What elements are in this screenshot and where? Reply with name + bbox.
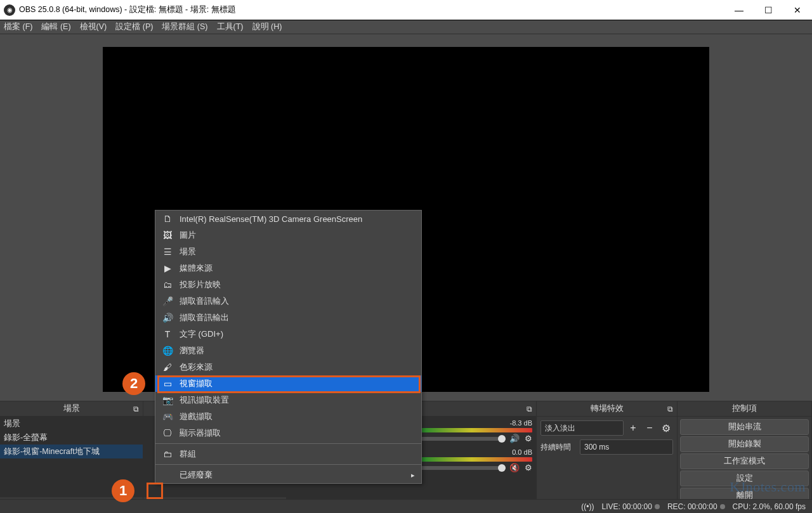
cm-browser[interactable]: 🌐瀏覽器 bbox=[155, 342, 421, 359]
rec-status: REC: 00:00:00 bbox=[667, 502, 725, 511]
cm-video-capture[interactable]: 📷視訊擷取裝置 bbox=[155, 392, 421, 408]
menu-help[interactable]: 說明 (H) bbox=[252, 22, 282, 32]
cm-text[interactable]: T文字 (GDI+) bbox=[155, 326, 421, 342]
cm-deprecated[interactable]: 已經廢棄▸ bbox=[155, 467, 421, 483]
duration-label: 持續時間 bbox=[540, 442, 576, 453]
popout-icon[interactable]: ⧉ bbox=[667, 405, 673, 413]
transitions-panel: 轉場特效 ⧉ 淡入淡出 + − ⚙ 持續時間 300 ms bbox=[537, 401, 678, 513]
minimize-button[interactable]: — bbox=[724, 0, 754, 20]
cm-image[interactable]: 🖼圖片 bbox=[155, 227, 421, 244]
controls-header: 控制項 bbox=[678, 401, 811, 417]
document-icon: 🗋 bbox=[162, 213, 173, 224]
mute-icon[interactable]: 🔇 bbox=[509, 463, 520, 472]
menu-view[interactable]: 檢視(V) bbox=[80, 22, 107, 32]
scenes-title: 場景 bbox=[63, 403, 80, 414]
folder-icon: 🗀 bbox=[162, 448, 173, 460]
transitions-header: 轉場特效 ⧉ bbox=[537, 401, 677, 417]
annotation-2: 2 bbox=[122, 372, 145, 395]
annotation-1: 1 bbox=[112, 479, 134, 502]
studio-mode-button[interactable]: 工作室模式 bbox=[680, 453, 809, 469]
annotation-box-1 bbox=[147, 483, 163, 499]
cm-group[interactable]: 🗀群組 bbox=[155, 446, 421, 462]
cm-audio-output[interactable]: 🔊擷取音訊輸出 bbox=[155, 309, 421, 326]
scenes-header: 場景 ⧉ bbox=[0, 401, 143, 417]
transition-properties-button[interactable]: ⚙ bbox=[659, 421, 673, 435]
menu-edit[interactable]: 編輯 (E) bbox=[41, 22, 70, 32]
window-title: OBS 25.0.8 (64-bit, windows) - 設定檔: 無標題 … bbox=[19, 4, 724, 15]
broadcast-icon: ((•)) bbox=[581, 502, 594, 511]
cm-slideshow[interactable]: 🗂投影片放映 bbox=[155, 276, 421, 293]
add-transition-button[interactable]: + bbox=[626, 421, 640, 435]
watermark: KJnotes.com bbox=[730, 479, 806, 495]
mixer-db: 0.0 dB bbox=[498, 448, 532, 456]
gear-icon[interactable]: ⚙ bbox=[525, 434, 532, 443]
menu-file[interactable]: 檔案 (F) bbox=[4, 22, 32, 32]
cpu-status: CPU: 2.0%, 60.00 fps bbox=[733, 502, 806, 511]
maximize-button[interactable]: ☐ bbox=[754, 0, 783, 20]
duration-input[interactable]: 300 ms bbox=[580, 439, 673, 455]
live-status: LIVE: 00:00:00 bbox=[601, 502, 659, 511]
cm-audio-input[interactable]: 🎤擷取音訊輸入 bbox=[155, 293, 421, 309]
controls-title: 控制項 bbox=[732, 403, 757, 414]
scene-item[interactable]: 錄影-全螢幕 bbox=[0, 431, 143, 445]
camera-icon: 📷 bbox=[162, 394, 173, 406]
chevron-right-icon: ▸ bbox=[411, 471, 415, 479]
play-icon: ▶ bbox=[162, 263, 173, 274]
cm-display-capture[interactable]: 🖵顯示器擷取 bbox=[155, 425, 421, 441]
cm-game-capture[interactable]: 🎮遊戲擷取 bbox=[155, 408, 421, 425]
start-recording-button[interactable]: 開始錄製 bbox=[680, 436, 809, 452]
display-icon: 🖵 bbox=[162, 427, 173, 439]
scene-item-selected[interactable]: 錄影-視窗-Minecraft地下城 bbox=[0, 445, 143, 458]
app-icon: ◉ bbox=[4, 4, 15, 16]
gamepad-icon: 🎮 bbox=[162, 411, 173, 422]
cm-color[interactable]: 🖌色彩來源 bbox=[155, 359, 421, 375]
menu-profile[interactable]: 設定檔 (P) bbox=[115, 22, 153, 32]
menu-scene-collection[interactable]: 場景群組 (S) bbox=[162, 22, 207, 32]
menubar: 檔案 (F) 編輯 (E) 檢視(V) 設定檔 (P) 場景群組 (S) 工具(… bbox=[0, 20, 812, 34]
speaker-icon: 🔊 bbox=[162, 312, 173, 323]
transition-select[interactable]: 淡入淡出 bbox=[540, 420, 624, 436]
slideshow-icon: 🗂 bbox=[162, 279, 173, 290]
cm-realsense[interactable]: 🗋Intel(R) RealSense(TM) 3D Camera GreenS… bbox=[155, 211, 421, 227]
microphone-icon: 🎤 bbox=[162, 295, 173, 307]
text-icon: T bbox=[162, 328, 173, 340]
separator bbox=[155, 464, 421, 465]
list-icon: ☰ bbox=[162, 246, 173, 257]
add-source-context-menu: 🗋Intel(R) RealSense(TM) 3D Camera GreenS… bbox=[155, 210, 422, 484]
close-button[interactable]: ✕ bbox=[783, 0, 812, 20]
brush-icon: 🖌 bbox=[162, 361, 173, 373]
cm-media[interactable]: ▶媒體來源 bbox=[155, 260, 421, 276]
mixer-db: -8.3 dB bbox=[498, 419, 532, 427]
popout-icon[interactable]: ⧉ bbox=[133, 405, 139, 413]
controls-panel: 控制項 開始串流 開始錄製 工作室模式 設定 離開 bbox=[678, 401, 812, 513]
popout-icon[interactable]: ⧉ bbox=[527, 405, 532, 413]
speaker-icon[interactable]: 🔊 bbox=[509, 434, 520, 443]
globe-icon: 🌐 bbox=[162, 345, 173, 356]
cm-scene[interactable]: ☰場景 bbox=[155, 244, 421, 260]
separator bbox=[155, 443, 421, 444]
image-icon: 🖼 bbox=[162, 230, 173, 241]
remove-transition-button[interactable]: − bbox=[643, 421, 657, 435]
annotation-box-2 bbox=[157, 375, 421, 393]
transitions-title: 轉場特效 bbox=[591, 403, 624, 414]
scene-item[interactable]: 場景 bbox=[0, 417, 143, 431]
gear-icon[interactable]: ⚙ bbox=[525, 463, 532, 472]
start-streaming-button[interactable]: 開始串流 bbox=[680, 419, 809, 435]
titlebar: ◉ OBS 25.0.8 (64-bit, windows) - 設定檔: 無標… bbox=[0, 0, 812, 20]
menu-tools[interactable]: 工具(T) bbox=[217, 22, 244, 32]
